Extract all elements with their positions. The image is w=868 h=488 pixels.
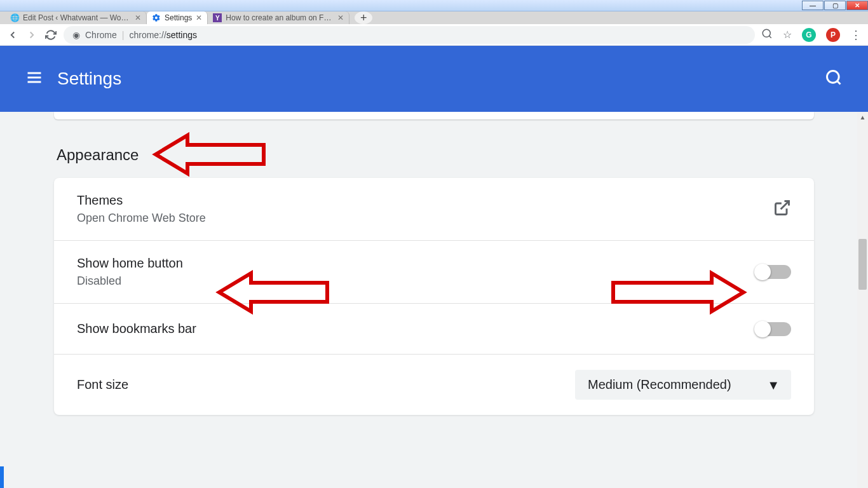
tab-label: Settings [165,13,192,22]
font-size-select[interactable]: Medium (Recommended) ▼ [575,370,791,400]
row-title: Show home button [77,256,183,271]
row-themes[interactable]: Themes Open Chrome Web Store [54,178,814,241]
back-button[interactable] [6,29,19,41]
previous-card-bottom [54,112,814,119]
close-icon[interactable]: ✕ [196,13,202,22]
window-titlebar: — ▢ ✕ [0,0,868,11]
svg-line-6 [837,81,840,84]
svg-line-7 [781,201,789,210]
home-button-toggle[interactable] [756,265,791,279]
settings-header: Settings [0,46,868,112]
row-title: Font size [77,377,128,392]
grammarly-extension-icon[interactable]: G [802,28,816,42]
toggle-knob [754,321,771,337]
reload-button[interactable] [44,29,57,41]
tab-wordpress[interactable]: 🌐 Edit Post ‹ Whatvwant — WordP… ✕ [5,11,147,24]
hamburger-menu-button[interactable] [25,69,43,89]
tab-facebook-howto[interactable]: Y How to create an album on Face… ✕ [208,11,349,24]
svg-marker-8 [156,135,264,173]
select-value: Medium (Recommended) [588,377,731,391]
tab-label: How to create an album on Face… [226,13,334,22]
forward-button[interactable] [25,29,38,41]
gear-icon [152,13,161,22]
browser-toolbar: ◉ Chrome | chrome://settings ☆ G P ⋮ [0,24,868,46]
tab-settings[interactable]: Settings ✕ [147,11,208,24]
scroll-thumb[interactable] [858,239,867,290]
toggle-knob [754,264,771,280]
page-title: Settings [57,69,121,89]
svg-marker-9 [219,273,327,311]
row-subtitle: Disabled [77,274,183,288]
row-title: Themes [77,193,206,208]
svg-point-5 [827,71,839,83]
tab-strip: 🌐 Edit Post ‹ Whatvwant — WordP… ✕ Setti… [0,11,868,24]
window-maximize-button[interactable]: ▢ [824,1,846,10]
chrome-menu-button[interactable]: ⋮ [850,28,862,42]
window-close-button[interactable]: ✕ [846,1,868,10]
search-button[interactable] [825,69,843,89]
vertical-scrollbar[interactable]: ▲ [857,112,868,488]
bookmarks-bar-toggle[interactable] [756,322,791,336]
taskbar-stub [0,466,4,488]
row-title: Show bookmarks bar [77,322,196,336]
row-font-size: Font size Medium (Recommended) ▼ [54,355,814,415]
row-subtitle: Open Chrome Web Store [77,212,206,225]
zoom-icon[interactable] [761,28,773,42]
scroll-up-arrow[interactable]: ▲ [857,112,868,123]
address-bar[interactable]: ◉ Chrome | chrome://settings [64,26,755,44]
url-text: chrome://settings [129,30,197,40]
close-icon[interactable]: ✕ [337,13,344,22]
toolbar-actions: ☆ G P ⋮ [761,28,862,42]
svg-line-1 [769,36,771,37]
external-link-icon [773,199,791,219]
svg-point-0 [763,29,770,37]
url-scheme-label: Chrome [85,30,117,40]
close-icon[interactable]: ✕ [135,13,141,22]
yoast-icon: Y [213,13,222,22]
annotation-arrow-home-label [213,264,334,321]
new-tab-button[interactable]: + [355,11,372,24]
bookmark-star-icon[interactable]: ☆ [783,29,792,41]
profile-avatar[interactable]: P [826,28,840,42]
annotation-arrow-home-toggle [607,267,750,318]
annotation-arrow-appearance [149,126,289,183]
chevron-down-icon: ▼ [767,377,780,392]
svg-marker-10 [613,273,743,311]
chrome-icon: ◉ [72,30,80,40]
window-minimize-button[interactable]: — [802,1,824,10]
globe-icon: 🌐 [10,13,19,22]
tab-label: Edit Post ‹ Whatvwant — WordP… [23,13,131,22]
